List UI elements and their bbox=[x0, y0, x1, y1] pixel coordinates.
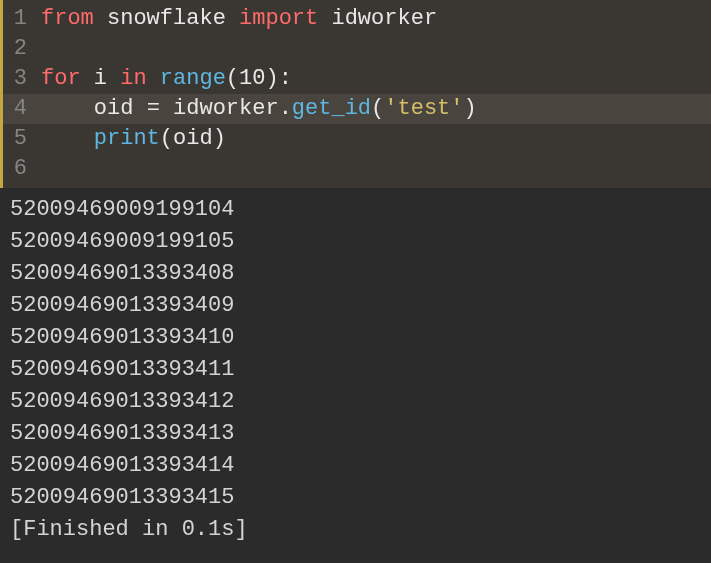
output-line: 52009469013393412 bbox=[10, 386, 701, 418]
code-editor[interactable]: 1 from snowflake import idworker 2 3 for… bbox=[0, 0, 711, 188]
output-line: 52009469013393411 bbox=[10, 354, 701, 386]
output-line: 52009469009199105 bbox=[10, 226, 701, 258]
code-content: oid = idworker.get_id('test') bbox=[41, 94, 477, 124]
code-line[interactable]: 1 from snowflake import idworker bbox=[3, 4, 711, 34]
output-line: 52009469013393415 bbox=[10, 482, 701, 514]
line-number: 2 bbox=[3, 34, 41, 64]
output-panel[interactable]: 52009469009199104 52009469009199105 5200… bbox=[0, 188, 711, 552]
output-line: 52009469013393413 bbox=[10, 418, 701, 450]
build-status: [Finished in 0.1s] bbox=[10, 514, 701, 546]
output-line: 52009469013393409 bbox=[10, 290, 701, 322]
output-line: 52009469013393408 bbox=[10, 258, 701, 290]
code-line[interactable]: 4 oid = idworker.get_id('test') bbox=[3, 94, 711, 124]
line-number: 6 bbox=[3, 154, 41, 184]
output-line: 52009469013393414 bbox=[10, 450, 701, 482]
code-line[interactable]: 3 for i in range(10): bbox=[3, 64, 711, 94]
code-content: print(oid) bbox=[41, 124, 226, 154]
line-number: 5 bbox=[3, 124, 41, 154]
line-number: 4 bbox=[3, 94, 41, 124]
line-number: 3 bbox=[3, 64, 41, 94]
code-line[interactable]: 6 bbox=[3, 154, 711, 184]
line-number: 1 bbox=[3, 4, 41, 34]
output-line: 52009469009199104 bbox=[10, 194, 701, 226]
code-line[interactable]: 5 print(oid) bbox=[3, 124, 711, 154]
output-line: 52009469013393410 bbox=[10, 322, 701, 354]
code-content: for i in range(10): bbox=[41, 64, 292, 94]
code-content: from snowflake import idworker bbox=[41, 4, 437, 34]
code-line[interactable]: 2 bbox=[3, 34, 711, 64]
